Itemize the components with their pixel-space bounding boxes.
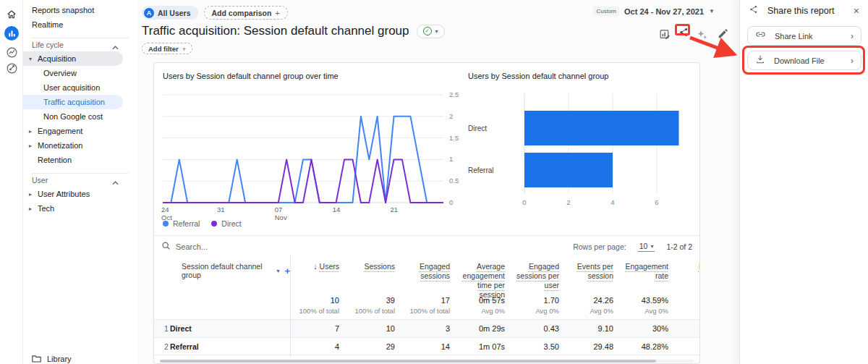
sort-descending-icon: ↓	[313, 262, 319, 271]
row-channel-label: Referral	[170, 342, 199, 351]
nav-overview[interactable]: Overview	[23, 66, 137, 80]
column-header-5[interactable]: Engaged sessions per user	[505, 262, 559, 295]
nav-tech[interactable]: ▸ Tech	[23, 201, 137, 216]
insights-icon[interactable]	[697, 29, 708, 43]
x-axis-label: 07	[275, 206, 283, 213]
caret-down-icon: ▼	[709, 8, 715, 14]
scrollbar-thumb[interactable]	[160, 360, 656, 363]
table-row-referral[interactable]: 2Referral429141m 07s3.5029.4848.28%	[154, 337, 699, 355]
x-axis-label: 24	[161, 206, 169, 213]
pagination-controls: Rows per page: 10 ▾ 1-2 of 2	[573, 242, 699, 252]
column-header-label[interactable]: Events per session	[577, 262, 613, 280]
search-icon	[161, 240, 171, 253]
report-card: Users by Session default channel group o…	[153, 62, 700, 364]
totals-subtext: Avg 0%	[505, 307, 559, 315]
nav-monetization[interactable]: ▸ Monetization	[23, 138, 137, 153]
line-chart: 00.511.522.524Oct3107Nov1421	[158, 83, 462, 222]
nav-section-life-cycle[interactable]: Life cycle	[23, 38, 137, 51]
y-axis-label: 1	[449, 155, 453, 163]
bar-referral	[524, 153, 613, 187]
nav-engagement[interactable]: ▸ Engagement	[23, 124, 137, 138]
download-icon	[755, 54, 765, 67]
nav-acquisition[interactable]: ▾ Acquisition	[23, 51, 123, 66]
column-header-label[interactable]: Engaged sessions per user	[516, 262, 559, 289]
plus-icon: +	[182, 45, 187, 53]
line-chart-title: Users by Session default channel group o…	[163, 72, 339, 80]
table-cell: 0.43	[505, 324, 559, 333]
totals-subtext: 100% of total	[395, 307, 450, 315]
column-header-6[interactable]: Events per session	[559, 262, 613, 295]
download-file-label: Download File	[774, 56, 842, 65]
app-icon-rail	[0, 0, 23, 364]
column-header-8[interactable]: E	[668, 262, 700, 295]
column-header-label[interactable]: Sessions	[364, 262, 395, 271]
y-axis-label: 2	[449, 112, 453, 120]
table-body: 1Direct71030m 29s0.439.1030%2Referral429…	[154, 319, 699, 355]
legend-item-referral[interactable]: Referral	[163, 219, 200, 228]
nav-user-acquisition[interactable]: User acquisition	[23, 80, 137, 95]
add-dimension-icon[interactable]: +	[284, 266, 290, 276]
table-cell: 30%	[613, 324, 668, 333]
legend-item-direct[interactable]: Direct	[211, 219, 241, 228]
caret-down-icon: ▾	[650, 243, 653, 250]
add-comparison-button[interactable]: Add comparison +	[204, 6, 288, 20]
table-cell: 9.10	[559, 324, 613, 333]
nav-retention[interactable]: Retention	[23, 153, 137, 167]
totals-subtext: 100% of total	[290, 307, 339, 315]
column-header-3[interactable]: Engaged sessions	[395, 262, 450, 295]
column-header-1[interactable]: ↓ Users	[290, 262, 339, 295]
rows-per-page-select[interactable]: 10 ▾	[638, 242, 655, 252]
caret-down-icon: ▾	[276, 268, 279, 274]
table-row-direct[interactable]: 1Direct71030m 29s0.439.1030%	[154, 319, 699, 337]
legend-dot-referral	[163, 221, 169, 227]
rows-per-page-label: Rows per page:	[573, 242, 626, 251]
column-header-4[interactable]: Average engagement time per session	[450, 262, 505, 295]
nav-reports-snapshot[interactable]: Reports snapshot	[23, 3, 137, 17]
all-users-chip[interactable]: A All Users	[142, 6, 198, 20]
column-header-label[interactable]: Engagement rate	[625, 262, 668, 280]
chevron-up-icon	[112, 178, 119, 187]
column-header-label[interactable]: E	[699, 262, 700, 271]
share-link-button[interactable]: Share Link ›	[747, 26, 861, 46]
home-icon[interactable]	[4, 7, 19, 22]
nav-section-user[interactable]: User	[23, 174, 137, 187]
column-header-label[interactable]: Engaged sessions	[420, 262, 450, 280]
totals-cell-5: 1.70Avg 0%	[505, 296, 559, 319]
nav-traffic-acquisition[interactable]: Traffic acquisition	[23, 95, 123, 109]
nav-item-label: Monetization	[38, 141, 82, 150]
totals-value: 43.59%	[613, 296, 668, 305]
library-label: Library	[47, 355, 72, 363]
advertising-icon[interactable]	[4, 61, 19, 75]
nav-realtime[interactable]: Realtime	[23, 17, 137, 32]
reports-icon[interactable]	[4, 26, 19, 41]
share-report-icon[interactable]	[678, 27, 689, 41]
column-header-7[interactable]: Engagement rate	[613, 262, 668, 295]
data-quality-badge[interactable]: ✓ ▾	[417, 25, 445, 38]
edit-icon[interactable]	[717, 28, 728, 43]
column-header-2[interactable]: Sessions	[339, 262, 395, 295]
column-header-label[interactable]: Users	[320, 262, 339, 271]
table-cell: 48.28%	[613, 342, 668, 351]
audience-chip-label: All Users	[158, 9, 191, 17]
download-file-button[interactable]: Download File ›	[747, 51, 861, 70]
plus-icon: +	[275, 9, 279, 17]
dimension-header[interactable]: Session default channel group ▾ +	[154, 262, 290, 279]
row-channel-label: Direct	[170, 324, 192, 333]
x-axis-label: Nov	[275, 213, 287, 221]
close-icon[interactable]: ×	[854, 5, 859, 17]
table-cell: 1m 07s	[450, 342, 505, 351]
totals-value: 24.26	[559, 296, 613, 305]
customize-report-icon[interactable]	[659, 28, 671, 43]
date-range-picker[interactable]: Custom Oct 24 - Nov 27, 2021 ▼	[593, 7, 715, 16]
table-cell: 29	[339, 342, 395, 351]
nav-non-google-cost[interactable]: Non Google cost	[23, 109, 137, 124]
share-panel: Share this report × Share Link › Downloa…	[739, 0, 868, 364]
legend-label: Referral	[173, 219, 200, 228]
column-header-label[interactable]: Average engagement time per session	[463, 262, 505, 299]
add-filter-button[interactable]: Add filter +	[142, 43, 192, 54]
nav-user-attributes[interactable]: ▸ User Attributes	[23, 187, 137, 201]
search-input[interactable]	[176, 242, 306, 251]
date-range-text: Oct 24 - Nov 27, 2021	[624, 7, 704, 16]
nav-library[interactable]: Library	[32, 352, 72, 364]
explore-icon[interactable]	[4, 45, 19, 59]
